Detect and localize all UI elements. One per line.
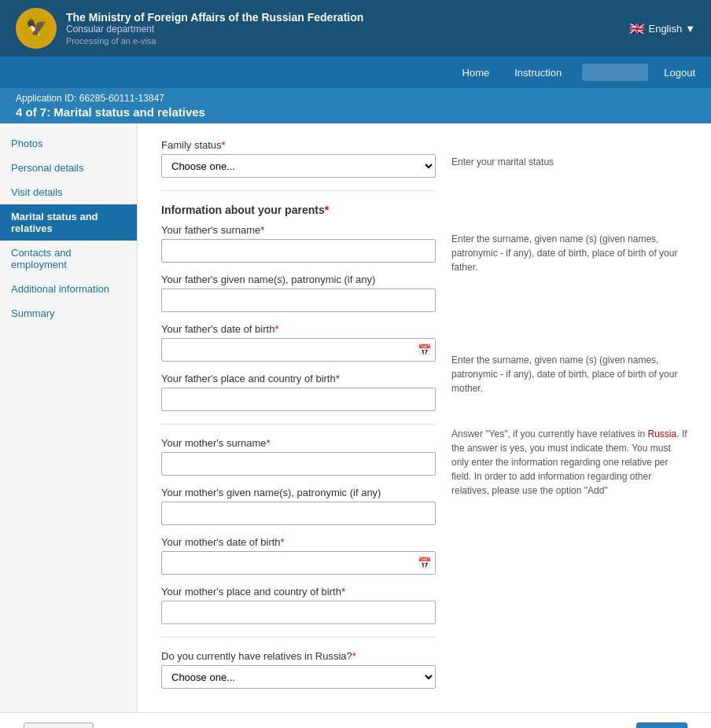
header-logo: 🦅	[16, 8, 57, 49]
father-given-label: Your father's given name(s), patronymic …	[161, 274, 436, 285]
svg-text:🦅: 🦅	[26, 17, 48, 39]
father-surname-field: Your father's surname*	[161, 224, 436, 263]
father-surname-label: Your father's surname*	[161, 224, 436, 236]
father-dob-label: Your father's date of birth*	[161, 323, 436, 335]
help-relatives: Answer "Yes", if you currently have rela…	[451, 427, 687, 498]
father-help: Enter the surname, given name (s) (given…	[451, 232, 687, 274]
nav-instruction[interactable]: Instruction	[510, 61, 566, 85]
navbar: Home Instruction Logout	[0, 57, 711, 88]
application-id: Application ID: 66285-60111-13847	[16, 93, 695, 104]
father-dob-wrapper: 📅	[161, 338, 436, 362]
next-button[interactable]: Next	[636, 722, 687, 728]
help-mother: Enter the surname, given name (s) (given…	[451, 353, 687, 395]
help-section: Enter your marital status Enter the surn…	[451, 139, 687, 697]
header: 🦅 The Ministry of Foreign Affairs of the…	[0, 0, 711, 57]
sidebar-item-contacts[interactable]: Contacts and employment	[0, 241, 137, 277]
previous-button[interactable]: Previous	[24, 722, 94, 728]
language-button[interactable]: 🇬🇧 English ▼	[629, 21, 695, 36]
sidebar-item-visit[interactable]: Visit details	[0, 180, 137, 204]
mother-place-label: Your mother's place and country of birth…	[161, 586, 436, 597]
divider-1	[161, 190, 436, 191]
processing-subtitle: Processing of an e-visa	[66, 36, 363, 46]
language-label: English	[648, 23, 682, 35]
app-bar: Application ID: 66285-60111-13847 4 of 7…	[0, 88, 711, 123]
mother-given-input[interactable]	[161, 502, 436, 525]
required-star: *	[222, 139, 226, 151]
mother-help: Enter the surname, given name (s) (given…	[451, 353, 687, 395]
user-area	[582, 64, 648, 81]
father-place-input[interactable]	[161, 388, 436, 411]
logout-button[interactable]: Logout	[664, 67, 695, 79]
flag-icon: 🇬🇧	[629, 21, 645, 36]
relatives-label: Do you currently have relatives in Russi…	[161, 650, 436, 662]
nav-right: Next	[636, 722, 687, 728]
main-container: Photos Personal details Visit details Ma…	[0, 123, 711, 712]
family-status-field: Family status* Choose one... Single Marr…	[161, 139, 436, 178]
mother-given-field: Your mother's given name(s), patronymic …	[161, 487, 436, 525]
sidebar-item-personal[interactable]: Personal details	[0, 156, 137, 180]
nav-buttons-container: Previous Next	[0, 712, 711, 728]
parents-section: Information about your parents* Your fat…	[161, 204, 436, 624]
mother-dob-field: Your mother's date of birth* 📅	[161, 536, 436, 575]
divider-2	[161, 424, 436, 425]
mother-place-input[interactable]	[161, 601, 436, 624]
step-title: 4 of 7: Marital status and relatives	[16, 105, 695, 119]
divider-3	[161, 637, 436, 638]
father-dob-field: Your father's date of birth* 📅	[161, 323, 436, 362]
help-family-status: Enter your marital status	[451, 155, 687, 169]
family-status-select[interactable]: Choose one... Single Married Divorced Wi…	[161, 154, 436, 178]
father-given-field: Your father's given name(s), patronymic …	[161, 274, 436, 312]
mother-surname-input[interactable]	[161, 452, 436, 476]
mother-given-label: Your mother's given name(s), patronymic …	[161, 487, 436, 498]
mother-dob-input[interactable]	[161, 551, 436, 575]
header-title: The Ministry of Foreign Affairs of the R…	[66, 11, 363, 46]
father-surname-input[interactable]	[161, 239, 436, 263]
chevron-down-icon: ▼	[685, 23, 695, 35]
ministry-title: The Ministry of Foreign Affairs of the R…	[66, 11, 363, 24]
family-status-label: Family status*	[161, 139, 436, 151]
mother-dob-label: Your mother's date of birth*	[161, 536, 436, 548]
sidebar-item-photos[interactable]: Photos	[0, 131, 137, 156]
mother-dob-wrapper: 📅	[161, 551, 436, 575]
relatives-field: Do you currently have relatives in Russi…	[161, 650, 436, 689]
department-subtitle: Consular department	[66, 24, 363, 35]
father-place-label: Your father's place and country of birth…	[161, 373, 436, 384]
father-place-field: Your father's place and country of birth…	[161, 373, 436, 411]
father-dob-input[interactable]	[161, 338, 436, 362]
content: Family status* Choose one... Single Marr…	[138, 123, 711, 712]
nav-home[interactable]: Home	[458, 61, 495, 85]
header-left: 🦅 The Ministry of Foreign Affairs of the…	[16, 8, 363, 49]
help-father: Enter the surname, given name (s) (given…	[451, 232, 687, 274]
mother-place-field: Your mother's place and country of birth…	[161, 586, 436, 624]
sidebar: Photos Personal details Visit details Ma…	[0, 123, 138, 712]
mother-surname-label: Your mother's surname*	[161, 437, 436, 449]
relatives-help: Answer "Yes", if you currently have rela…	[451, 427, 687, 498]
mother-surname-field: Your mother's surname*	[161, 437, 436, 476]
sidebar-item-additional[interactable]: Additional information	[0, 277, 137, 301]
sidebar-item-summary[interactable]: Summary	[0, 301, 137, 325]
family-status-help: Enter your marital status	[451, 155, 687, 169]
father-given-input[interactable]	[161, 289, 436, 312]
parents-section-title: Information about your parents*	[161, 204, 436, 216]
sidebar-item-marital[interactable]: Marital status and relatives	[0, 204, 137, 241]
relatives-select[interactable]: Choose one... Yes No	[161, 665, 436, 689]
header-right: 🇬🇧 English ▼	[629, 21, 695, 36]
form-section: Family status* Choose one... Single Marr…	[161, 139, 436, 697]
nav-left: Previous	[24, 722, 94, 728]
